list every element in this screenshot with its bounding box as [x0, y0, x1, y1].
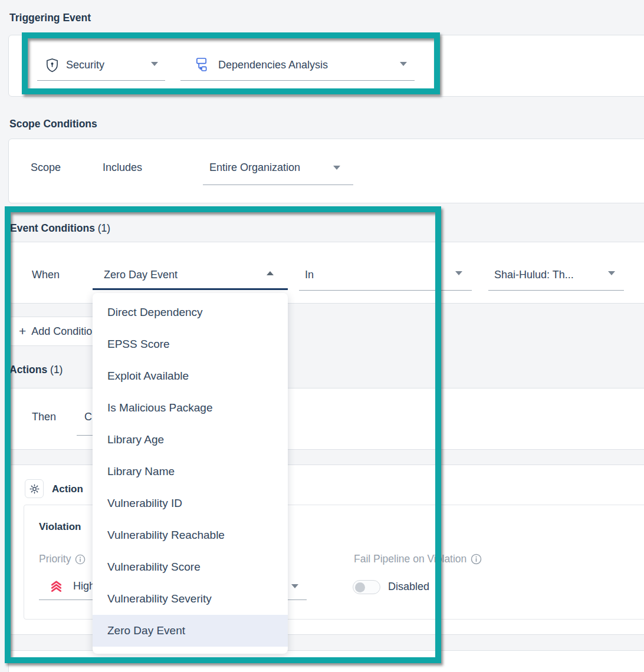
- toggle-state-label: Disabled: [388, 581, 429, 593]
- action-settings-button[interactable]: [25, 479, 44, 498]
- list-item[interactable]: Vulnerability Score: [93, 551, 288, 583]
- then-action-select[interactable]: C: [84, 411, 92, 423]
- category-select-underline: [37, 80, 165, 81]
- chevron-down-icon[interactable]: [333, 166, 340, 170]
- fail-pipeline-label-text: Fail Pipeline on Violation: [354, 553, 466, 565]
- chevron-down-icon[interactable]: [291, 584, 298, 588]
- add-condition-label: Add Condition: [31, 325, 98, 338]
- condition-value-select[interactable]: Shai-Hulud: Th...: [494, 269, 574, 281]
- list-item[interactable]: Library Age: [93, 424, 288, 456]
- category-select-value[interactable]: Security: [66, 59, 104, 71]
- fail-pipeline-toggle[interactable]: [353, 580, 380, 594]
- fail-pipeline-label: Fail Pipeline on Violation: [354, 553, 482, 565]
- event-conditions-title-text: Event Conditions: [10, 222, 95, 234]
- condition-field-select[interactable]: Zero Day Event: [104, 269, 178, 281]
- policy-editor-page: Triggering Event Security Dependencies A…: [0, 0, 644, 672]
- shield-icon: [45, 58, 59, 73]
- chevron-up-icon[interactable]: [267, 271, 274, 275]
- scope-operator: Includes: [103, 162, 142, 174]
- scope-value-select[interactable]: Entire Organization: [209, 162, 300, 174]
- event-type-select-value[interactable]: Dependencies Analysis: [218, 59, 328, 71]
- priority-high-icon: [50, 579, 63, 592]
- plus-icon: +: [19, 324, 26, 338]
- list-item[interactable]: Vulnerability Reachable: [93, 519, 288, 551]
- violation-title: Violation: [39, 521, 81, 533]
- triggering-event-title: Triggering Event: [9, 12, 91, 24]
- list-item[interactable]: Vulnerability ID: [93, 487, 288, 519]
- condition-operator-select[interactable]: In: [305, 269, 314, 281]
- then-label: Then: [32, 411, 56, 423]
- actions-title: Actions (1): [9, 364, 63, 376]
- toggle-knob: [355, 582, 365, 592]
- priority-label-text: Priority: [39, 553, 71, 565]
- condition-field-active-underline: [93, 288, 288, 290]
- when-label: When: [32, 269, 60, 281]
- list-item[interactable]: Library Name: [93, 456, 288, 487]
- scope-select-underline: [203, 185, 353, 185]
- scope-conditions-title: Scope Conditions: [9, 118, 97, 130]
- list-item[interactable]: Exploit Available: [93, 360, 288, 392]
- list-item[interactable]: Is Malicious Package: [93, 392, 288, 424]
- action-header: Action: [52, 483, 83, 495]
- list-item[interactable]: Vulnerability Severity: [93, 583, 288, 615]
- condition-value-underline: [488, 290, 624, 291]
- info-icon: [471, 554, 482, 565]
- gear-icon: [29, 483, 40, 495]
- event-type-select-underline: [180, 80, 415, 81]
- event-conditions-count: (1): [98, 222, 110, 234]
- list-item[interactable]: Direct Dependency: [93, 297, 288, 328]
- chevron-down-icon[interactable]: [608, 271, 615, 275]
- actions-title-text: Actions: [9, 364, 47, 375]
- info-icon: [75, 554, 86, 565]
- priority-label: Priority: [39, 553, 86, 565]
- dependencies-icon: [195, 57, 208, 73]
- condition-operator-underline: [299, 290, 472, 291]
- chevron-down-icon[interactable]: [400, 62, 407, 66]
- scope-label: Scope: [31, 162, 61, 174]
- priority-value-select[interactable]: High: [73, 580, 95, 592]
- chevron-down-icon[interactable]: [151, 62, 158, 66]
- condition-dropdown-menu: Direct DependencyEPSS ScoreExploit Avail…: [93, 293, 288, 654]
- actions-count: (1): [50, 364, 63, 375]
- list-item[interactable]: Zero Day Event: [93, 615, 288, 647]
- list-item[interactable]: EPSS Score: [93, 328, 288, 360]
- event-conditions-title: Event Conditions (1): [10, 222, 110, 235]
- chevron-down-icon[interactable]: [455, 271, 462, 275]
